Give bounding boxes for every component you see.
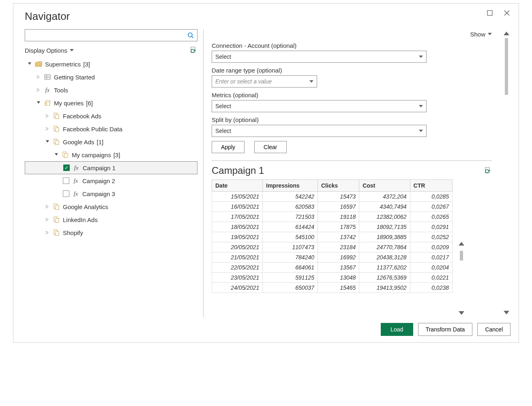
maximize-button[interactable] <box>486 9 493 17</box>
tree-node-my-queries[interactable]: My queries [6] <box>25 96 197 109</box>
tree-node-campaign-3[interactable]: fx Campaign 3 <box>25 187 197 200</box>
tree-node-facebook-ads[interactable]: Facebook Ads <box>25 109 197 122</box>
svg-marker-47 <box>459 311 464 315</box>
tree-node-campaign-1[interactable]: ✓ fx Campaign 1 <box>25 161 197 174</box>
clear-button[interactable]: Clear <box>254 141 286 153</box>
transform-data-button[interactable]: Transform Data <box>418 323 473 336</box>
svg-rect-20 <box>56 115 59 119</box>
select-value: Select <box>215 128 231 134</box>
metrics-select[interactable]: Select <box>212 100 427 112</box>
table-row[interactable]: 23/05/20215911251304812676,53690,0221 <box>212 273 453 283</box>
scroll-thumb[interactable] <box>460 251 463 261</box>
table-cell: 0,0209 <box>410 242 452 252</box>
table-cell: 21/05/2021 <box>212 252 263 263</box>
collapse-icon[interactable] <box>54 153 59 156</box>
show-dropdown[interactable]: Show <box>470 31 492 38</box>
scroll-up-icon[interactable] <box>457 239 466 248</box>
datasource-icon <box>52 113 60 119</box>
table-cell: 19118 <box>318 212 359 222</box>
folder-icon <box>34 61 43 67</box>
checkbox[interactable] <box>63 190 69 197</box>
collapse-icon[interactable] <box>45 140 50 143</box>
cancel-button[interactable]: Cancel <box>477 323 511 336</box>
table-header[interactable]: Clicks <box>318 180 359 192</box>
table-cell: 4340,7494 <box>359 202 410 212</box>
table-row[interactable]: 17/05/20217215031911812382,00620,0265 <box>212 212 453 222</box>
table-row[interactable]: 21/05/20217842401699220438,31280,0217 <box>212 252 453 263</box>
tree-node-linkedin-ads[interactable]: LinkedIn Ads <box>25 213 197 226</box>
close-button[interactable] <box>503 9 511 17</box>
splitby-select[interactable]: Select <box>212 125 427 137</box>
checkbox[interactable] <box>63 177 69 184</box>
table-cell: 18092,7135 <box>359 222 410 232</box>
table-header[interactable]: Impressions <box>263 180 318 192</box>
expand-icon[interactable] <box>45 231 50 234</box>
refresh-icon[interactable] <box>189 46 197 54</box>
table-cell: 4372,204 <box>359 192 410 202</box>
scroll-up-icon[interactable] <box>502 29 511 38</box>
svg-marker-48 <box>504 32 509 35</box>
chevron-down-icon <box>70 49 74 52</box>
table-row[interactable]: 24/05/20216500371546519413,95020,0238 <box>212 283 453 293</box>
table-row[interactable]: 15/05/2021542242154734372,2040,0285 <box>212 192 453 202</box>
tree-node-shopify[interactable]: Shopify <box>25 226 197 239</box>
collapse-icon[interactable] <box>36 101 41 105</box>
tree-node-my-campaigns[interactable]: My campaigns [3] <box>25 148 197 161</box>
table-header[interactable]: CTR <box>410 180 452 192</box>
table-row[interactable]: 19/05/20215451001374218909,38850,0252 <box>212 232 453 242</box>
dialog-footer: Load Transform Data Cancel <box>13 317 519 342</box>
table-header[interactable]: Date <box>212 180 263 192</box>
datasource-icon <box>52 229 60 236</box>
node-count: [3] <box>114 152 120 158</box>
table-row[interactable]: 20/05/202111074732318424770,78640,0209 <box>212 242 453 252</box>
window-controls <box>486 7 514 17</box>
expand-icon[interactable] <box>36 75 41 79</box>
table-cell: 18909,3885 <box>359 232 410 242</box>
table-cell: 22/05/2021 <box>212 263 263 273</box>
tree-node-google-analytics[interactable]: Google Analytics <box>25 200 197 213</box>
tree-node-facebook-public[interactable]: Facebook Public Data <box>25 122 197 135</box>
table-cell: 545100 <box>263 232 318 242</box>
tree-node-supermetrics[interactable]: Supermetrics [3] <box>25 58 197 71</box>
table-row[interactable]: 18/05/20216144241787518092,71350,0291 <box>212 222 453 232</box>
refresh-preview-icon[interactable] <box>484 167 492 175</box>
tree-node-google-ads[interactable]: Google Ads [1] <box>25 135 197 148</box>
expand-icon[interactable] <box>45 114 50 118</box>
node-label: My campaigns <box>72 152 111 158</box>
svg-marker-15 <box>37 101 40 104</box>
tree-node-campaign-2[interactable]: fx Campaign 2 <box>25 174 197 187</box>
table-row[interactable]: 22/05/20216640611356711377,62020,0204 <box>212 263 453 273</box>
table-row[interactable]: 16/05/2021620583165974340,74940,0267 <box>212 202 453 212</box>
search-icon[interactable] <box>184 32 197 38</box>
scroll-down-icon[interactable] <box>457 308 466 317</box>
table-cell: 16597 <box>318 202 359 212</box>
tree-node-getting-started[interactable]: Getting Started <box>25 71 197 83</box>
search-input[interactable] <box>25 30 184 40</box>
table-cell: 20438,3128 <box>359 252 410 263</box>
table-cell: 614424 <box>263 222 318 232</box>
table-cell: 11377,6202 <box>359 263 410 273</box>
panel-scrollbar[interactable] <box>502 29 511 317</box>
connection-select[interactable]: Select <box>212 51 427 63</box>
load-button[interactable]: Load <box>381 323 413 336</box>
date-range-select[interactable]: Enter or select a value <box>212 75 317 88</box>
svg-marker-24 <box>46 140 49 143</box>
display-options-label: Display Options <box>25 47 67 54</box>
table-scrollbar[interactable] <box>457 179 466 317</box>
display-options-button[interactable]: Display Options <box>25 47 74 54</box>
scroll-down-icon[interactable] <box>502 308 511 317</box>
svg-line-4 <box>192 36 193 38</box>
collapse-icon[interactable] <box>27 62 32 66</box>
scroll-thumb[interactable] <box>505 38 508 95</box>
expand-icon[interactable] <box>45 205 50 208</box>
table-header[interactable]: Cost <box>359 180 410 192</box>
expand-icon[interactable] <box>45 127 50 130</box>
search-box[interactable] <box>25 29 197 41</box>
expand-icon[interactable] <box>36 88 41 92</box>
table-cell: 15/05/2021 <box>212 192 263 202</box>
checkbox-checked[interactable]: ✓ <box>63 165 70 171</box>
apply-button[interactable]: Apply <box>212 141 245 153</box>
svg-marker-30 <box>46 205 48 208</box>
expand-icon[interactable] <box>45 218 50 221</box>
tree-node-tools[interactable]: fx Tools <box>25 83 197 96</box>
